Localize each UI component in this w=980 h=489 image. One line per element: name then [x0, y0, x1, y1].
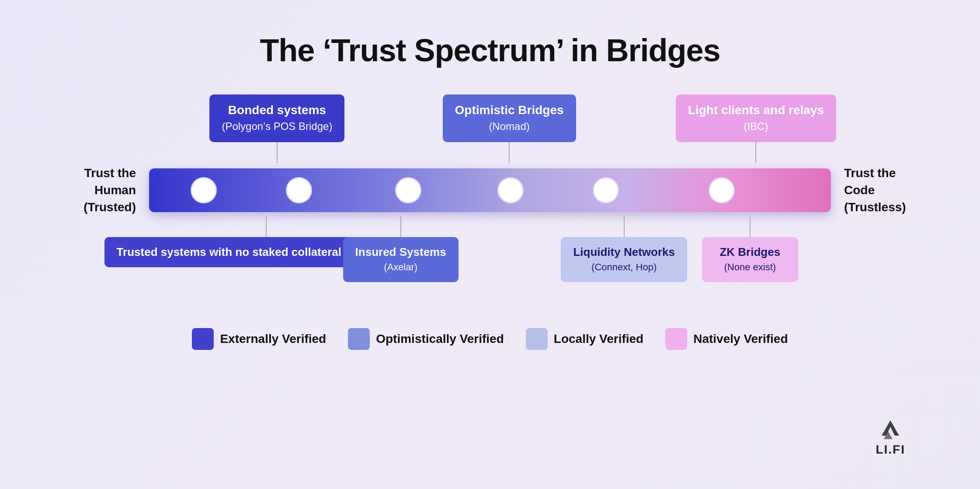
- light-clients-box: Light clients and relays (IBC): [676, 94, 836, 142]
- legend-natively-verified: Natively Verified: [665, 328, 788, 350]
- dot-1: [191, 177, 217, 203]
- dot-2: [286, 177, 312, 203]
- spectrum-bar: [149, 168, 831, 212]
- svg-marker-0: [882, 420, 899, 436]
- optimistically-verified-label: Optimistically Verified: [376, 332, 504, 346]
- lifi-logo-icon: [877, 418, 904, 440]
- externally-verified-label: Externally Verified: [220, 332, 326, 346]
- dot-6: [709, 177, 735, 203]
- legend: Externally Verified Optimistically Verif…: [57, 328, 923, 350]
- zk-bridges-slot: ZK Bridges (None exist): [702, 216, 798, 283]
- lifi-logo: LI.FI: [876, 418, 905, 457]
- dot-3: [395, 177, 421, 203]
- light-clients-slot: Light clients and relays (IBC): [676, 94, 836, 163]
- spectrum-row: Trust the Human(Trusted) Trust the Code(…: [57, 164, 923, 216]
- main-container: The ‘Trust Spectrum’ in Bridges Bonded s…: [31, 15, 949, 474]
- externally-verified-swatch: [192, 328, 214, 350]
- bonded-systems-box: Bonded systems (Polygon’s POS Bridge): [209, 94, 344, 142]
- connector-insured: [400, 216, 401, 237]
- trust-code-label: Trust the Code(Trustless): [844, 164, 923, 216]
- legend-externally-verified: Externally Verified: [192, 328, 326, 350]
- liquidity-networks-slot: Liquidity Networks (Connext, Hop): [561, 216, 687, 283]
- connector-bonded: [277, 142, 278, 163]
- connector-light-clients: [755, 142, 756, 163]
- connector-optimistic: [509, 142, 510, 163]
- locally-verified-label: Locally Verified: [554, 332, 643, 346]
- lifi-text: LI.FI: [876, 443, 905, 457]
- insured-systems-box: Insured Systems (Axelar): [343, 237, 459, 283]
- upper-section: Bonded systems (Polygon’s POS Bridge) Op…: [114, 94, 866, 164]
- optimistically-verified-swatch: [348, 328, 370, 350]
- natively-verified-swatch: [665, 328, 687, 350]
- optimistic-bridges-box: Optimistic Bridges (Nomad): [443, 94, 576, 142]
- zk-bridges-box: ZK Bridges (None exist): [702, 237, 798, 283]
- insured-systems-slot: Insured Systems (Axelar): [343, 216, 459, 283]
- locally-verified-swatch: [526, 328, 548, 350]
- bonded-systems-slot: Bonded systems (Polygon’s POS Bridge): [209, 94, 344, 163]
- liquidity-networks-box: Liquidity Networks (Connext, Hop): [561, 237, 687, 283]
- connector-zk: [750, 216, 751, 237]
- optimistic-bridges-slot: Optimistic Bridges (Nomad): [443, 94, 576, 163]
- legend-locally-verified: Locally Verified: [526, 328, 643, 350]
- connector-liquidity: [624, 216, 625, 237]
- page-title: The ‘Trust Spectrum’ in Bridges: [260, 32, 720, 68]
- connector-trusted: [266, 216, 267, 237]
- natively-verified-label: Natively Verified: [693, 332, 788, 346]
- dot-5: [593, 177, 619, 203]
- spectrum-bar-wrapper: [149, 168, 831, 212]
- dot-4: [497, 177, 524, 203]
- legend-optimistically-verified: Optimistically Verified: [348, 328, 504, 350]
- trust-human-label: Trust the Human(Trusted): [57, 164, 136, 216]
- diagram-area: Bonded systems (Polygon’s POS Bridge) Op…: [57, 94, 923, 457]
- lower-section: Trusted systems with no staked collatera…: [114, 216, 866, 312]
